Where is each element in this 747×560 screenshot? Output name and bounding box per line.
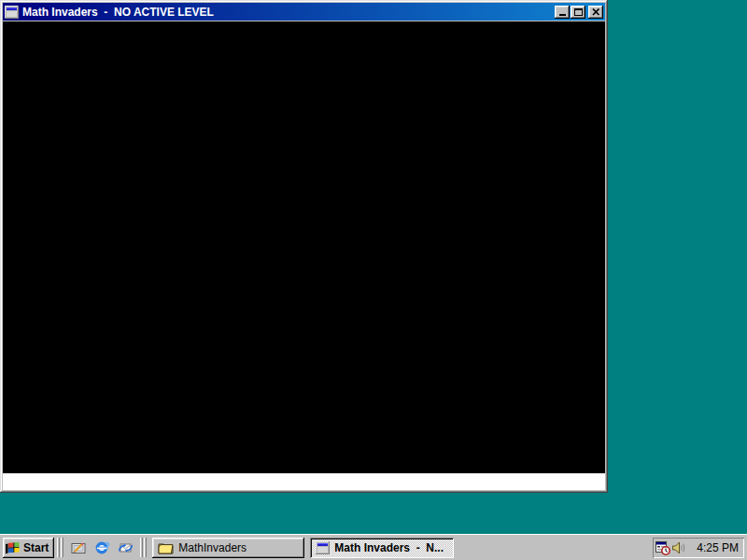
close-button[interactable] [588,6,603,19]
quick-launch-bar [66,539,137,556]
volume-icon[interactable] [671,540,686,555]
taskbar-button-math-invaders-window[interactable]: Math Invaders - N... [310,538,454,558]
close-icon [592,8,600,16]
taskbar-button-label: MathInvaders [178,541,247,554]
taskbar-button-label: Math Invaders - N... [334,541,444,554]
system-tray: 4:25 PM [653,538,744,558]
desktop: Math Invaders - NO ACTIVE LEVEL [0,0,747,560]
minimize-icon [559,14,566,16]
show-desktop-icon[interactable] [70,539,87,556]
window-titlebar[interactable]: Math Invaders - NO ACTIVE LEVEL [3,3,605,21]
start-button[interactable]: Start [3,538,54,558]
internet-explorer-icon[interactable] [93,539,110,556]
app-window-icon[interactable] [5,6,19,19]
maximize-button[interactable] [571,6,585,19]
maximize-icon [574,8,583,16]
windows-flag-icon [6,540,21,554]
tray-clock[interactable]: 4:25 PM [697,541,739,554]
game-canvas[interactable] [3,21,605,473]
taskbar-grip[interactable] [144,538,147,557]
taskbar: Start [0,534,747,560]
window-client-area [3,21,605,490]
window-icon [316,541,330,554]
outlook-express-icon[interactable] [117,539,134,556]
taskbar-button-mathinvaders-folder[interactable]: MathInvaders [152,538,304,558]
taskbar-grip[interactable] [140,538,143,557]
app-window: Math Invaders - NO ACTIVE LEVEL [0,0,608,493]
start-label: Start [23,541,49,554]
task-scheduler-icon[interactable] [655,540,670,555]
taskbar-grip[interactable] [57,538,60,557]
window-bottom-strip [3,473,605,490]
folder-icon [158,541,174,554]
minimize-button[interactable] [555,6,570,19]
window-title: Math Invaders - NO ACTIVE LEVEL [22,6,555,19]
taskbar-grip[interactable] [61,538,63,557]
